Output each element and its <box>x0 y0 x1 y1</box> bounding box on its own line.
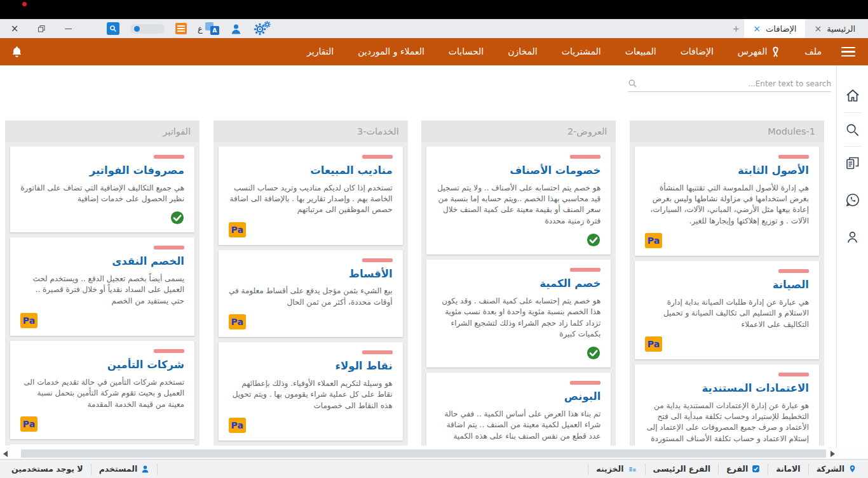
language-switcher[interactable]: ع A <box>198 22 219 35</box>
module-card[interactable]: مصروفات الفواتيرهي جميع التكاليف الإضافي… <box>10 147 194 232</box>
tab-label: الرئيسية <box>827 24 855 34</box>
pa-badge[interactable]: Pa <box>645 336 662 352</box>
toggle-switch[interactable] <box>130 24 165 34</box>
menu-item-4[interactable]: المشتريات <box>550 38 613 65</box>
user-icon[interactable] <box>844 229 861 245</box>
card-description: تم بناء هذا العرض على أساس الكمية .. ففي… <box>437 409 600 442</box>
card-description: يسمى أيضاً بخصم تعجيل الدفع .. ويستخدم ل… <box>20 274 184 307</box>
menu-item-5[interactable]: المخازن <box>496 38 550 65</box>
pa-badge[interactable]: Pa <box>20 416 37 432</box>
column-header: الفواتير <box>5 121 200 142</box>
card-title: مصروفات الفواتير <box>20 164 184 178</box>
module-card[interactable]: الاعتمادات المستنديةهو عبارة عن إدارة ال… <box>635 364 819 446</box>
pa-badge[interactable]: Pa <box>645 233 662 248</box>
quick-toolbar: ع A <box>107 19 271 38</box>
divider <box>91 463 92 475</box>
home-icon[interactable] <box>844 88 861 104</box>
tabs: الرئيسية×الإضافات×+ <box>728 19 868 38</box>
module-card[interactable]: الصيانةهي عبارة عن إدارة طلبات الصيانة ب… <box>635 261 819 359</box>
module-card[interactable]: الأصول الثابتةهي إدارة للأصول الملموسة ا… <box>635 147 819 256</box>
tab-label: الإضافات <box>766 24 796 34</box>
status-item-0[interactable]: الشركة <box>809 464 864 474</box>
location-pin-icon <box>848 464 857 474</box>
card-description: هي جميع التكاليف الإضافية التي تضاف على … <box>20 183 184 205</box>
pa-badge[interactable]: Pa <box>229 418 246 433</box>
check-badge-icon[interactable] <box>587 233 600 247</box>
scroll-left-icon[interactable] <box>3 451 8 457</box>
check-badge-icon[interactable] <box>170 211 184 225</box>
close-window-icon[interactable]: × <box>9 23 20 34</box>
card-title: البونص <box>437 390 600 404</box>
module-card[interactable]: كوتة الأصناف <box>10 444 194 446</box>
module-card[interactable]: خصم الكميةهو خصم يتم إحتسابه على كمية ال… <box>426 260 611 368</box>
menu-item-label: المبيعات <box>625 38 656 65</box>
card-description: هي عبارة عن إدارة طلبات الصيانة بداية إد… <box>645 297 809 330</box>
module-card[interactable]: الأقساطبيع الشيء بثمن مؤجل يدفع على أقسا… <box>219 250 403 337</box>
pa-badge[interactable]: Pa <box>20 313 37 328</box>
module-card[interactable]: البونصتم بناء هذا العرض على أساس الكمية … <box>426 373 611 446</box>
module-card[interactable]: نقاط الولاءهو وسيلة لتكريم العملاء الأوف… <box>219 342 403 441</box>
tab-close-icon[interactable]: × <box>814 24 822 33</box>
pa-badge[interactable]: Pa <box>229 222 246 237</box>
scroll-right-icon[interactable] <box>831 451 835 457</box>
card-accent-bar <box>362 155 393 159</box>
card-title: نقاط الولاء <box>229 360 393 373</box>
tab-bar: × ع A <box>0 19 868 38</box>
card-accent-bar <box>778 269 809 273</box>
scrollbar-thumb[interactable] <box>21 449 826 458</box>
card-description: تستخدم إذا كان لديكم مناديب وتريد حساب ا… <box>229 183 393 216</box>
menu-item-2[interactable]: الإضافات <box>668 38 726 65</box>
whatsapp-icon[interactable] <box>844 192 861 208</box>
tab-0[interactable]: الرئيسية× <box>805 19 864 38</box>
menu-item-0[interactable]: ملف <box>792 38 834 65</box>
status-label: الامانة <box>776 464 800 474</box>
column-body: خصومات الأصنافهو خصم يتم احتسابه على الأ… <box>421 142 616 446</box>
search-icon[interactable] <box>844 121 861 138</box>
menu-item-1[interactable]: الفهرس <box>726 38 793 65</box>
module-card[interactable]: الخصم النقدىيسمى أيضاً بخصم تعجيل الدفع … <box>10 237 194 336</box>
menu-item-label: الإضافات <box>681 38 714 65</box>
module-card[interactable]: مناديب المبيعاتتستخدم إذا كان لديكم مناد… <box>219 147 403 245</box>
list-icon[interactable] <box>175 23 187 34</box>
module-card[interactable]: خصومات الأصنافهو خصم يتم احتسابه على الأ… <box>426 147 611 255</box>
menu-item-label: الحسابات <box>449 38 484 65</box>
menu-item-label: ملف <box>804 38 822 65</box>
menu-item-7[interactable]: العملاء و الموردين <box>346 38 437 65</box>
status-item-3[interactable]: الفرع الرئيسى <box>646 464 719 474</box>
card-description: هو خصم يتم احتسابه على الأصناف .. ولا يت… <box>437 183 600 227</box>
tab-1[interactable]: الإضافات× <box>744 19 805 38</box>
module-card[interactable]: شركات التأمينتستخدم شركات التأمين في حال… <box>10 341 194 439</box>
column-header: Modules-1 <box>630 121 824 142</box>
tab-close-icon[interactable]: × <box>753 24 761 33</box>
menu-item-label: التقارير <box>307 38 334 65</box>
status-left-item-0[interactable]: المستخدم <box>92 464 158 474</box>
status-item-4[interactable]: الخزينه <box>588 464 644 474</box>
card-accent-bar <box>570 381 600 385</box>
notifications-bell-icon[interactable] <box>10 45 24 59</box>
user-icon[interactable] <box>230 23 242 35</box>
search-input[interactable] <box>641 79 831 88</box>
hamburger-menu-icon[interactable] <box>834 47 863 56</box>
minimize-window-icon[interactable] <box>62 23 74 34</box>
search-icon[interactable] <box>107 22 119 35</box>
card-title: خصومات الأصناف <box>437 164 600 178</box>
new-tab-button[interactable]: + <box>728 19 744 38</box>
menu-item-3[interactable]: المبيعات <box>613 38 668 65</box>
status-item-1[interactable]: الامانة <box>768 464 808 474</box>
documents-icon[interactable] <box>844 155 861 171</box>
checkbox-icon <box>752 465 760 473</box>
menu-item-label: الفهرس <box>738 38 768 65</box>
pa-badge[interactable]: Pa <box>229 314 246 329</box>
side-rail <box>836 65 868 448</box>
main-menubar: ملفالفهرسالإضافاتالمبيعاتالمشترياتالمخاز… <box>0 38 868 65</box>
settings-gear-icon[interactable] <box>253 21 271 36</box>
divider <box>718 463 719 475</box>
card-title: الاعتمادات المستندية <box>645 382 809 395</box>
menu-item-8[interactable]: التقارير <box>295 38 346 65</box>
status-item-2[interactable]: الفرع <box>719 464 768 474</box>
card-description: هو وسيلة لتكريم العملاء الأوفياء. وذلك ب… <box>229 378 393 411</box>
restore-window-icon[interactable] <box>36 23 47 34</box>
menu-item-6[interactable]: الحسابات <box>437 38 496 65</box>
card-accent-bar <box>154 349 184 353</box>
check-badge-icon[interactable] <box>587 346 600 360</box>
